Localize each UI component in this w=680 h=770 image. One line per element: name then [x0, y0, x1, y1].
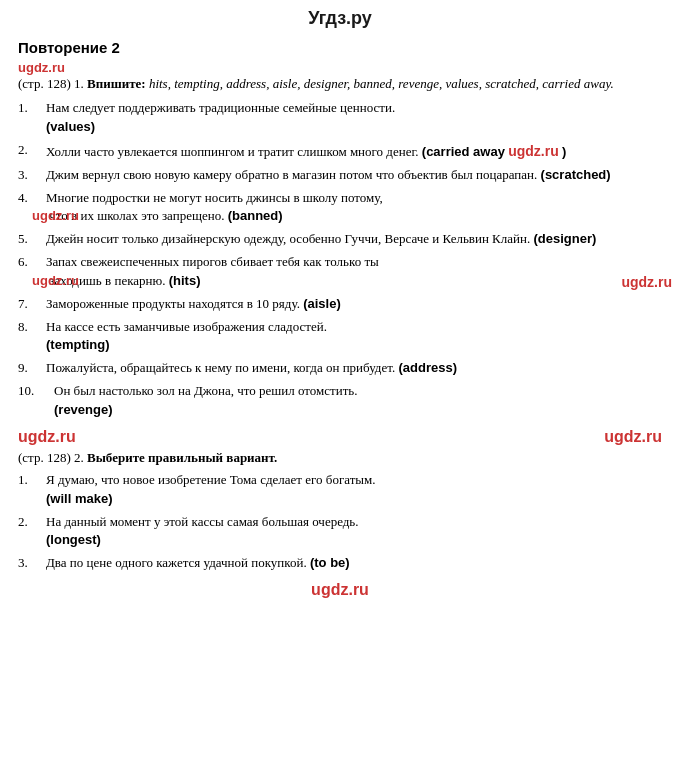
item-text: Пожалуйста, обращайтесь к нему по имени,…	[46, 360, 395, 375]
item-answer: (address)	[398, 360, 457, 375]
task1-words: hits, tempting, address, aisle, designer…	[149, 76, 614, 91]
item-answer: (designer)	[533, 231, 596, 246]
list-item: 2. На данный момент у этой кассы самая б…	[18, 513, 662, 551]
item-num: 4.	[18, 189, 28, 208]
item-num: 7.	[18, 295, 28, 314]
item-num: 6.	[18, 253, 28, 272]
task1-header: (стр. 128) 1. Впишите: hits, tempting, a…	[18, 75, 662, 93]
watermark-left-4: ugdz.ru	[32, 208, 79, 223]
item-answer: (carried away	[422, 144, 505, 159]
item-text: Многие подростки не могут носить джинсы …	[46, 190, 383, 205]
list-item: 9. Пожалуйста, обращайтесь к нему по име…	[18, 359, 662, 378]
item-text: Замороженные продукты находятся в 10 ряд…	[46, 296, 300, 311]
item-answer: (banned)	[228, 208, 283, 223]
item-text: Джим вернул свою новую камеру обратно в …	[46, 167, 537, 182]
watermark-big-left: ugdz.ru	[18, 428, 76, 446]
watermark-inline-6r: ugdz.ru	[621, 272, 672, 292]
item-answer: (longest)	[46, 532, 101, 547]
task2-ref: (стр. 128) 2.	[18, 450, 84, 465]
list-item: 1. Нам следует поддерживать традиционные…	[18, 99, 662, 137]
item-answer: (tempting)	[46, 337, 110, 352]
item-answer: (values)	[46, 119, 95, 134]
item-num: 2.	[18, 141, 28, 160]
item-text: Запах свежеиспеченных пирогов сбивает те…	[46, 254, 379, 269]
site-title: Угдз.ру	[0, 0, 680, 33]
item-answer: (to be)	[310, 555, 350, 570]
task1-list: 1. Нам следует поддерживать традиционные…	[18, 99, 662, 420]
watermark-left-6: ugdz.ru	[32, 273, 79, 288]
item-answer-close: )	[562, 144, 566, 159]
list-item: 6. Запах свежеиспеченных пирогов сбивает…	[18, 253, 662, 291]
item-text: Нам следует поддерживать традиционные се…	[46, 100, 395, 115]
item-text: Джейн носит только дизайнерскую одежду, …	[46, 231, 530, 246]
footer-watermark: ugdz.ru	[18, 581, 662, 599]
list-item: 7. Замороженные продукты находятся в 10 …	[18, 295, 662, 314]
item-answer: (revenge)	[54, 402, 113, 417]
item-text: Я думаю, что новое изобретение Тома сдел…	[46, 472, 376, 487]
list-item: 8. На кассе есть заманчивые изображения …	[18, 318, 662, 356]
list-item: 5. Джейн носит только дизайнерскую одежд…	[18, 230, 662, 249]
list-item: 1. Я думаю, что новое изобретение Тома с…	[18, 471, 662, 509]
item-answer: (aisle)	[303, 296, 341, 311]
task1-label: Впишите:	[87, 76, 146, 91]
list-item: 4. Многие подростки не могут носить джин…	[18, 189, 662, 227]
item-num: 1.	[18, 471, 28, 490]
task2-label: Выберите правильный вариант.	[87, 450, 277, 465]
task2-list: 1. Я думаю, что новое изобретение Тома с…	[18, 471, 662, 573]
watermark-inline-2: ugdz.ru	[508, 143, 559, 159]
list-item: 3. Джим вернул свою новую камеру обратно…	[18, 166, 662, 185]
list-item: 3. Два по цене одного кажется удачной по…	[18, 554, 662, 573]
item-num: 9.	[18, 359, 28, 378]
item-num: 3.	[18, 166, 28, 185]
item-num: 5.	[18, 230, 28, 249]
item-num: 10.	[18, 382, 34, 401]
list-item: 10. Он был настолько зол на Джона, что р…	[18, 382, 662, 420]
item-answer: (scratched)	[541, 167, 611, 182]
item-num: 2.	[18, 513, 28, 532]
item-text: Холли часто увлекается шоппингом и трати…	[46, 144, 419, 159]
item-answer: (will make)	[46, 491, 112, 506]
task2-header: (стр. 128) 2. Выберите правильный вариан…	[18, 450, 662, 466]
task1-ref: (стр. 128) 1.	[18, 76, 84, 91]
item-num: 8.	[18, 318, 28, 337]
watermark-row-big: ugdz.ru ugdz.ru	[18, 428, 662, 446]
footer-watermark-text: ugdz.ru	[311, 581, 369, 598]
watermark-1: ugdz.ru	[18, 60, 662, 75]
item-num: 1.	[18, 99, 28, 118]
watermark-big-right: ugdz.ru	[604, 428, 662, 446]
item-answer: (hits)	[169, 273, 201, 288]
section-title: Повторение 2	[18, 39, 662, 56]
item-text: На кассе есть заманчивые изображения сла…	[46, 319, 327, 334]
item-text: Два по цене одного кажется удачной покуп…	[46, 555, 307, 570]
item-num: 3.	[18, 554, 28, 573]
list-item: 2. Холли часто увлекается шоппингом и тр…	[18, 141, 662, 162]
item-text: На данный момент у этой кассы самая боль…	[46, 514, 359, 529]
item-text: Он был настолько зол на Джона, что решил…	[54, 383, 358, 398]
